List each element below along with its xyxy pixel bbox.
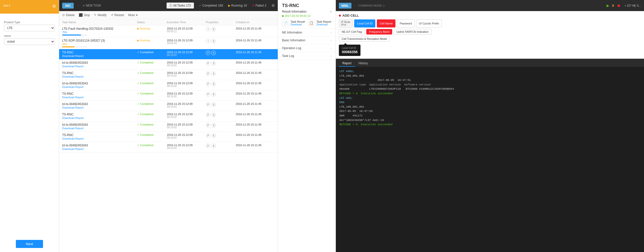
mml-play-button[interactable]: ▶ (607, 4, 609, 8)
terminal-line: LTE_100_001_001 (339, 74, 640, 78)
frequency-band-button[interactable]: Frequency Band (366, 29, 392, 35)
nic-tab-label[interactable]: NIC (62, 3, 74, 9)
section-label: Basic Information (282, 39, 305, 42)
task-status: ✓ Completed (137, 102, 167, 106)
task-row[interactable]: lcl-ts-00492453343Download Report✓ Compl… (59, 80, 278, 90)
online-dot (282, 15, 284, 17)
task-row[interactable]: lcl-ts-00492453343Download Report✓ Compl… (59, 101, 278, 111)
result-info-chevron: ▾ (330, 10, 332, 13)
delete-icon: ⊘ (62, 13, 65, 17)
task-result-item[interactable]: 📄 Task Result Download (282, 19, 305, 26)
task-execution-time: 2016-11-26 15:12:09 00:10:02 (167, 123, 206, 129)
terminal-line: 2017-06-05 16:47:59 (339, 109, 640, 114)
result-info-label[interactable]: Result Information ▾ (282, 10, 332, 13)
download-report-link[interactable]: Download Report (62, 54, 84, 57)
task-result-icon: 📄 (282, 19, 289, 26)
section-label: Operation Log (282, 46, 301, 50)
download-report-link[interactable]: Download Report (62, 96, 84, 99)
task-properties: PS (206, 102, 236, 107)
download-report-link[interactable]: Download Report (62, 106, 84, 109)
new-task-button[interactable]: + NEW TASK (83, 4, 101, 8)
task-table-header: Task Name Status Execution Time Properti… (59, 19, 278, 25)
task-name: TS-RNC (62, 113, 137, 116)
tsrnc-section-item[interactable]: Task Log ‹ (278, 52, 336, 60)
history-tab[interactable]: History (355, 60, 371, 67)
filter-icon: ☰ (169, 4, 172, 7)
restart-button[interactable]: ↺ Restart (111, 13, 124, 17)
task-execution-time: 2016-11-26 15:12:09 00:10:02 (167, 82, 206, 87)
task-execution-time: 2016-11-26 15:12:09 00:10:02 (167, 102, 206, 108)
terminal-line: RETCODE = 0 Execution succeeded (339, 91, 640, 96)
uplink-farfcn-button[interactable]: Uplink FARFCN Indication (394, 29, 431, 35)
tsrnc-section-item[interactable]: NE Information ‹ (278, 29, 336, 37)
ui-cyclic-prefix-button[interactable]: UI Cycclic Prefix (416, 19, 442, 27)
left-panel-gear-icon[interactable]: ⚙ (52, 4, 56, 9)
running-stat: ▶ Running 10 (228, 4, 247, 7)
task-row[interactable]: LTE-Fault Handling-20170324-13033275%▶ R… (59, 25, 278, 37)
more-button[interactable]: More ▾ (128, 13, 137, 17)
product-type-select[interactable]: LTE (4, 25, 55, 31)
task-properties: PS (206, 82, 236, 86)
task-row[interactable]: TS-RNCDownload Report✓ Completed 2016-11… (59, 111, 278, 121)
password-button[interactable]: Password (397, 19, 415, 27)
local-cell-id-button[interactable]: Local Cell ID (354, 19, 375, 27)
tsrnc-section-item[interactable]: Operation Log ‹ (278, 44, 336, 52)
cell-name-button[interactable]: Cell Name (377, 19, 395, 27)
terminal-line: eNodeB LTEV200R007C003P110 BTS3900 V100R… (339, 87, 640, 91)
mml-stop-icon[interactable]: ⏹ (617, 4, 620, 8)
tsrnc-section-item[interactable]: Basic Information ‹ (278, 37, 336, 44)
task-properties: PS (206, 123, 236, 128)
next-button[interactable]: Next (16, 240, 43, 248)
task-created: 2016-11-26 15:11:45 (236, 71, 275, 74)
task-row[interactable]: TS-RNCDownload Report✓ Completed 2016-11… (59, 70, 278, 80)
mml-pause-icon[interactable]: ⏸ (611, 4, 615, 8)
task-properties: PS (206, 133, 236, 138)
nic-gear-icon[interactable]: ⚙ (271, 3, 275, 8)
ne-iot-flag-button[interactable]: NE-IoT Cell Flag (339, 29, 365, 35)
task-row[interactable]: TS-RNCDownload Report✓ Completed 2016-11… (59, 49, 278, 59)
stop-button[interactable]: ⬛ Stop (79, 13, 90, 17)
tsrnc-panel: TS-RNC Result Information ▾ 2017-03-03 0… (278, 0, 336, 252)
terminal-line: LTE_100_001_001 (339, 105, 640, 109)
modify-button[interactable]: ✎ Modify (94, 13, 106, 17)
terminal-line: LST AAS; (339, 96, 640, 101)
tsrnc-sections: NE Information ‹Basic Information ‹Opera… (278, 29, 336, 60)
chevron-down-icon: ▾ (136, 13, 138, 17)
name-label: name (4, 34, 55, 37)
download-report-link[interactable]: Download Report (62, 137, 84, 140)
task-execution-time: 2016-11-26 15:12:09 00:10:02 (167, 71, 206, 77)
task-name: TS-RNC (62, 133, 137, 137)
download-report-link[interactable]: Download Report (62, 65, 84, 68)
download-report-link[interactable]: Download Report (62, 116, 84, 119)
task-properties: PS (206, 51, 236, 55)
task-report-item[interactable]: 📋 Task Report Download (308, 19, 331, 26)
name-select[interactable]: ected (4, 38, 55, 45)
download-report-link[interactable]: Download Report (62, 127, 84, 130)
task-result-row: 📄 Task Result Download 📋 Task Report Dow… (282, 19, 332, 26)
report-tab[interactable]: Report (339, 60, 355, 67)
left-panel-header: iled 2 ⚙ (0, 0, 59, 12)
download-report-link[interactable]: Download Report (62, 85, 84, 88)
task-row[interactable]: TS-RNCDownload Report✓ Completed 2016-11… (59, 132, 278, 142)
task-row[interactable]: lcl-ts-00492453343Download Report✓ Compl… (59, 121, 278, 132)
task-report-icon: 📋 (308, 19, 315, 26)
cell-transmission-button[interactable]: Cell Transmission & Reception Mode (339, 36, 390, 42)
mml-command-mode: COMMAND MODE ◇ (358, 4, 385, 7)
cell-buttons-row3: Cell Transmission & Reception Mode (339, 36, 641, 42)
task-name: lcl-ts-00492453343 (62, 123, 137, 127)
task-properties: IS (206, 27, 236, 32)
task-execution-time: 2016-11-26 15:12:09 00:10:02 (167, 51, 206, 56)
section-chevron: ‹ (331, 39, 332, 42)
all-tasks-filter[interactable]: ☰ All Tasks 172 (167, 3, 194, 9)
download-report-link[interactable]: Download Report (62, 75, 84, 78)
task-row[interactable]: lcl-ts-00492453343Download Report✓ Compl… (59, 59, 278, 70)
task-properties: IS (206, 39, 236, 43)
task-row[interactable]: lcl-ts-00492453343Download Report✓ Compl… (59, 142, 278, 152)
task-row[interactable]: LTE-SOP-20161124-165327 (3)49%▶ Running … (59, 37, 278, 49)
task-created: 2016-11-26 15:11:45 (236, 113, 275, 116)
task-created: 2016-11-26 15:11:45 (236, 123, 275, 126)
download-report-link[interactable]: Download Report (62, 147, 84, 150)
mml-tab-label[interactable]: MML (339, 3, 351, 9)
delete-button[interactable]: ⊘ Delete (62, 13, 75, 17)
task-row[interactable]: TS-RNCDownload Report✓ Completed 2016-11… (59, 90, 278, 101)
